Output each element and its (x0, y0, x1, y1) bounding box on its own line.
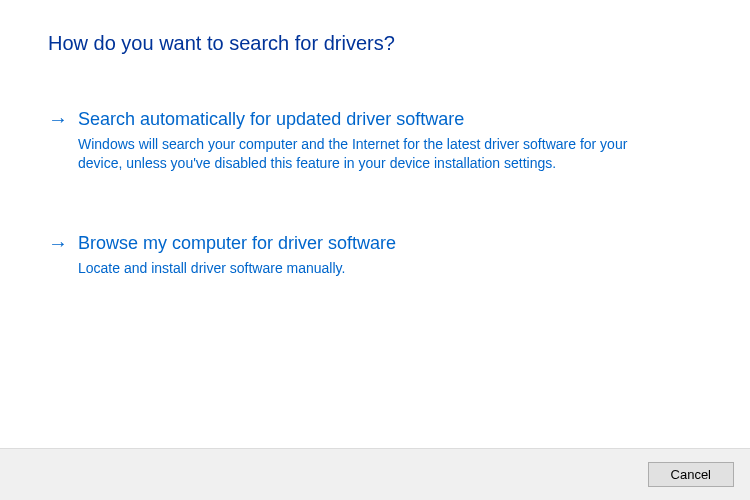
arrow-right-icon: → (48, 231, 68, 255)
option-search-automatically[interactable]: → Search automatically for updated drive… (48, 107, 702, 173)
option-text-group: Browse my computer for driver software L… (78, 231, 396, 278)
dialog-content: How do you want to search for drivers? →… (0, 0, 750, 278)
dialog-heading: How do you want to search for drivers? (48, 32, 702, 55)
option-title: Browse my computer for driver software (78, 231, 396, 255)
option-title: Search automatically for updated driver … (78, 107, 638, 131)
option-text-group: Search automatically for updated driver … (78, 107, 638, 173)
dialog-footer: Cancel (0, 448, 750, 500)
arrow-right-icon: → (48, 107, 68, 131)
option-description: Windows will search your computer and th… (78, 135, 638, 173)
cancel-button[interactable]: Cancel (648, 462, 734, 487)
option-browse-computer[interactable]: → Browse my computer for driver software… (48, 231, 702, 278)
option-description: Locate and install driver software manua… (78, 259, 396, 278)
